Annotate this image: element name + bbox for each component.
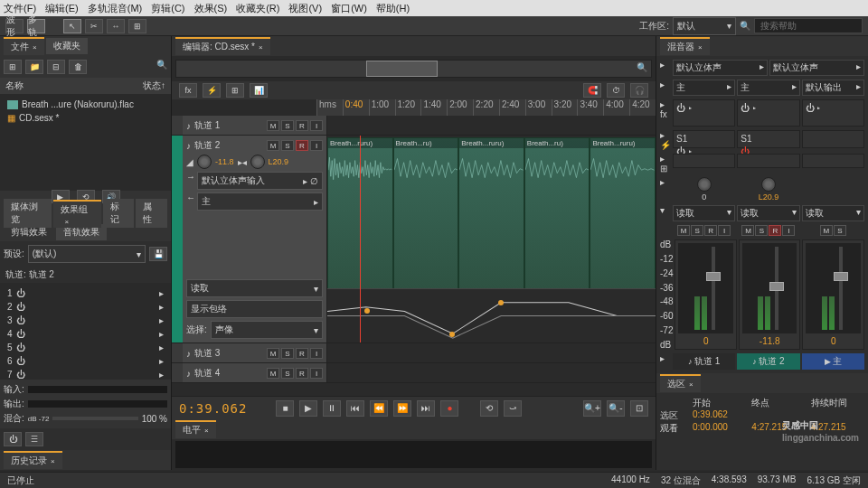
pan-knob[interactable] bbox=[250, 155, 265, 169]
channel-name[interactable]: ♪ 轨道 2 bbox=[737, 353, 799, 370]
solo-button[interactable]: S bbox=[281, 120, 294, 131]
input-dropdown[interactable]: 默认立体声输入▸ ∅ bbox=[197, 172, 323, 190]
menu-multitrack[interactable]: 多轨混音(M) bbox=[88, 2, 143, 15]
fader[interactable] bbox=[775, 247, 778, 330]
automation-point[interactable] bbox=[364, 308, 370, 314]
snap-button[interactable]: 🧲 bbox=[583, 83, 601, 98]
fx-slot[interactable]: 6 ⏻▸ bbox=[4, 354, 167, 368]
mixer-bus-dropdown[interactable]: 主▸ bbox=[673, 80, 735, 96]
monitor-button[interactable]: I bbox=[782, 225, 795, 236]
tool-slip[interactable]: ↔ bbox=[107, 19, 125, 33]
mixer-output-dropdown[interactable]: 默认立体声▸ bbox=[769, 60, 864, 76]
stop-button[interactable]: ■ bbox=[276, 400, 294, 417]
rewind-button[interactable]: ⏪ bbox=[370, 400, 388, 417]
tab-history[interactable]: 历史记录× bbox=[4, 451, 62, 469]
menu-clip[interactable]: 剪辑(C) bbox=[151, 2, 184, 15]
fx-slot[interactable]: 3 ⏻▸ bbox=[4, 314, 167, 327]
fx-button[interactable]: fx bbox=[179, 83, 197, 98]
go-start-button[interactable]: ⏮ bbox=[346, 400, 364, 417]
pan-knob[interactable] bbox=[697, 177, 712, 192]
track-name[interactable]: 轨道 4 bbox=[194, 367, 220, 380]
tab-levels[interactable]: 电平× bbox=[175, 420, 216, 438]
zoom-in-button[interactable]: 🔍+ bbox=[583, 400, 601, 417]
track-name[interactable]: 轨道 1 bbox=[194, 119, 220, 132]
fx-slot[interactable]: 7 ⏻▸ bbox=[4, 368, 167, 380]
mute-button[interactable]: M bbox=[820, 225, 833, 236]
output-dropdown[interactable]: 主▸ bbox=[197, 192, 323, 211]
automation-point[interactable] bbox=[449, 332, 455, 337]
eq-button[interactable]: ⊞ bbox=[226, 83, 244, 98]
fx-slot[interactable]: 1 ⏻▸ bbox=[4, 286, 167, 300]
tab-mixer[interactable]: 混音器× bbox=[660, 37, 710, 55]
search-help-input[interactable] bbox=[754, 18, 863, 33]
zoom-fit-button[interactable]: ⊡ bbox=[630, 400, 648, 417]
chart-button[interactable]: 📊 bbox=[250, 83, 268, 98]
files-import-button[interactable]: ⊟ bbox=[47, 60, 65, 74]
files-new-button[interactable]: ⊞ bbox=[4, 60, 22, 74]
record-button[interactable]: R bbox=[296, 140, 308, 151]
tab-selection[interactable]: 选区× bbox=[660, 374, 701, 392]
automation-point[interactable] bbox=[498, 300, 504, 305]
tool-time[interactable]: ⊞ bbox=[128, 19, 146, 33]
record-button[interactable]: R bbox=[769, 225, 781, 236]
solo-button[interactable]: S bbox=[691, 225, 703, 236]
channel-name[interactable]: ♪ 轨道 1 bbox=[673, 353, 735, 370]
fx-slot[interactable]: 5 ⏻▸ bbox=[4, 341, 167, 354]
go-end-button[interactable]: ⏭ bbox=[417, 400, 435, 417]
monitor-button[interactable]: 🎧 bbox=[630, 83, 648, 98]
mixer-bus-dropdown[interactable]: 主▸ bbox=[737, 80, 799, 96]
mode-waveform-button[interactable]: 波形 bbox=[5, 19, 24, 33]
tab-favorites[interactable]: 收藏夹 bbox=[46, 38, 88, 54]
fx-slot[interactable]: 4 ⏻▸ bbox=[4, 327, 167, 341]
col-status[interactable]: 状态↑ bbox=[143, 80, 165, 92]
mute-button[interactable]: M bbox=[267, 368, 279, 379]
play-button[interactable]: ▶ bbox=[299, 400, 317, 417]
solo-button[interactable]: S bbox=[281, 348, 294, 359]
monitor-button[interactable]: I bbox=[310, 140, 323, 151]
timecode-display[interactable]: 0:39.062 bbox=[179, 401, 247, 416]
automation-dropdown[interactable]: 读取▾ bbox=[737, 205, 799, 221]
solo-button[interactable]: S bbox=[755, 225, 768, 236]
record-button[interactable]: R bbox=[296, 120, 308, 131]
monitor-button[interactable]: I bbox=[310, 120, 323, 131]
record-button[interactable]: R bbox=[296, 368, 308, 379]
monitor-button[interactable]: I bbox=[310, 368, 323, 379]
menu-edit[interactable]: 编辑(E) bbox=[45, 2, 79, 15]
sel-start-value[interactable]: 0:39.062 bbox=[693, 409, 746, 422]
time-ruler[interactable]: hms 0:40 1:00 1:20 1:40 2:00 2:20 2:40 3… bbox=[316, 99, 656, 116]
tab-markers[interactable]: 标记 bbox=[103, 199, 135, 228]
sends-button[interactable]: ⚡ bbox=[203, 83, 221, 98]
tab-effects-rack[interactable]: 效果组× bbox=[53, 200, 100, 228]
show-envelope-dropdown[interactable]: 显示包络 bbox=[186, 300, 323, 318]
workspace-dropdown[interactable]: 默认▾ bbox=[673, 17, 736, 35]
menu-view[interactable]: 视图(V) bbox=[288, 2, 322, 15]
automation-mode-dropdown[interactable]: 读取▾ bbox=[186, 279, 323, 297]
mode-multitrack-button[interactable]: 多轨 bbox=[27, 19, 45, 33]
menu-window[interactable]: 窗口(W) bbox=[331, 2, 367, 15]
menu-effects[interactable]: 效果(S) bbox=[194, 2, 228, 15]
files-open-button[interactable]: 📁 bbox=[25, 60, 43, 74]
mute-button[interactable]: M bbox=[741, 225, 754, 236]
record-button[interactable]: R bbox=[704, 225, 717, 236]
monitor-button[interactable]: I bbox=[718, 225, 731, 236]
view-dur-value[interactable]: 4:27.215 bbox=[811, 422, 864, 435]
zoom-out-button[interactable]: 🔍- bbox=[607, 400, 625, 417]
zoom-icon[interactable]: 🔍 bbox=[637, 62, 647, 72]
mixer-main-out-dropdown[interactable]: 默认输出▸ bbox=[802, 80, 864, 96]
select-envelope-dropdown[interactable]: 声像▾ bbox=[211, 321, 323, 339]
playhead[interactable] bbox=[360, 136, 361, 343]
metronome-button[interactable]: ⏱ bbox=[607, 83, 625, 98]
solo-button[interactable]: S bbox=[834, 225, 846, 236]
automation-dropdown[interactable]: 读取▾ bbox=[673, 205, 735, 221]
timeline-overview[interactable]: 🔍 bbox=[175, 60, 652, 78]
tool-move[interactable]: ↖ bbox=[63, 19, 81, 33]
automation-dropdown[interactable]: 读取▾ bbox=[802, 205, 864, 221]
tab-properties[interactable]: 属性 bbox=[136, 199, 167, 228]
tool-razor[interactable]: ✂ bbox=[85, 19, 103, 33]
preset-dropdown[interactable]: (默认)▾ bbox=[28, 245, 146, 263]
forward-button[interactable]: ⏩ bbox=[393, 400, 411, 417]
fx-slot[interactable]: 2 ⏻▸ bbox=[4, 300, 167, 314]
file-item[interactable]: ▦CD.sesx * bbox=[4, 111, 167, 125]
pan-knob[interactable] bbox=[761, 177, 776, 192]
preset-save-button[interactable]: 💾 bbox=[149, 247, 167, 261]
